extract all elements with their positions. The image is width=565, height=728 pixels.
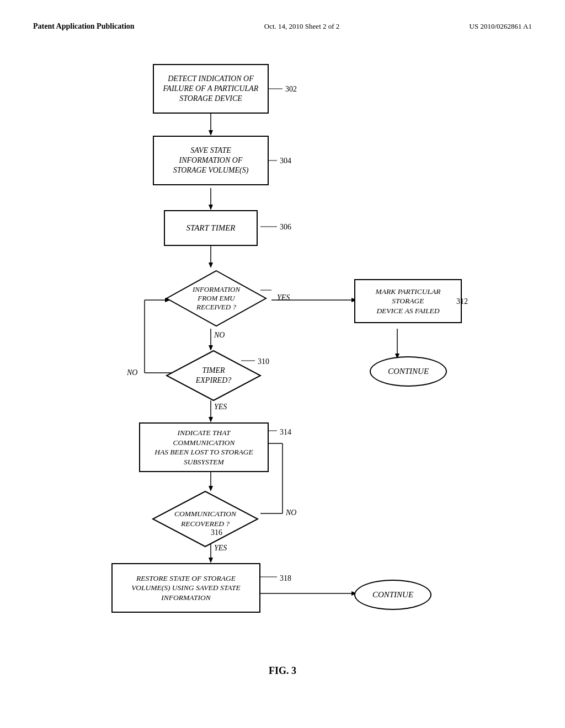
- no3-label: NO: [286, 508, 296, 517]
- restore-state-ref: 318: [280, 574, 291, 583]
- start-timer-ref: 306: [280, 223, 291, 232]
- detect-ref: 302: [285, 85, 297, 94]
- indicate-lost-label: INDICATE THAT COMMUNICATION HAS BEEN LOS…: [147, 428, 261, 467]
- timer-expired-box: TIMER EXPIRED?: [164, 348, 263, 403]
- continue2-label: CONTINUE: [372, 590, 413, 601]
- header-left: Patent Application Publication: [33, 22, 135, 31]
- detect-box: DETECT INDICATION OF FAILURE OF A PARTIC…: [153, 64, 269, 114]
- header: Patent Application Publication Oct. 14, …: [33, 22, 532, 31]
- save-state-label: SAVE STATE INFORMATION OF STORAGE VOLUME…: [173, 146, 249, 176]
- header-right: US 2010/0262861 A1: [470, 22, 532, 31]
- save-state-ref: 304: [280, 157, 291, 165]
- no2-label: NO: [127, 368, 137, 377]
- restore-state-box: RESTORE STATE OF STORAGE VOLUME(S) USING…: [111, 563, 260, 613]
- svg-marker-15: [209, 417, 213, 422]
- start-timer-box: START TIMER: [164, 210, 258, 246]
- indicate-lost-ref: 314: [280, 428, 291, 437]
- svg-marker-23: [209, 558, 213, 563]
- flowchart-diagram: DETECT INDICATION OF FAILURE OF A PARTIC…: [45, 47, 520, 687]
- comm-recovered-label: COMMUNICATION RECOVERED ?: [174, 509, 236, 528]
- save-state-box: SAVE STATE INFORMATION OF STORAGE VOLUME…: [153, 136, 269, 185]
- mark-failed-box: MARK PARTICULAR STORAGE DEVICE AS FAILED: [354, 279, 462, 323]
- yes1-label: YES: [277, 293, 290, 302]
- mark-failed-ref: 312: [456, 297, 468, 306]
- comm-recovered-box: COMMUNICATION RECOVERED ?: [150, 489, 260, 549]
- indicate-lost-box: INDICATE THAT COMMUNICATION HAS BEEN LOS…: [139, 422, 269, 472]
- mark-failed-label: MARK PARTICULAR STORAGE DEVICE AS FAILED: [362, 287, 454, 316]
- yes3-label: YES: [214, 544, 227, 553]
- comm-recovered-ref: 316: [211, 528, 222, 537]
- svg-marker-3: [209, 205, 213, 210]
- continue1-box: CONTINUE: [370, 356, 447, 387]
- emu-received-box: INFORMATION FROM EMU RECEIVED ?: [164, 268, 269, 329]
- header-center: Oct. 14, 2010 Sheet 2 of 2: [264, 22, 339, 31]
- timer-expired-ref: 310: [258, 357, 269, 366]
- restore-state-label: RESTORE STATE OF STORAGE VOLUME(S) USING…: [131, 574, 240, 603]
- start-timer-label: START TIMER: [186, 223, 235, 234]
- svg-marker-1: [209, 130, 213, 136]
- emu-received-label: INFORMATION FROM EMU RECEIVED ?: [193, 285, 240, 312]
- page: Patent Application Publication Oct. 14, …: [0, 0, 565, 728]
- svg-marker-5: [209, 263, 213, 268]
- yes2-label: YES: [214, 403, 227, 411]
- timer-expired-label: TIMER EXPIRED?: [196, 366, 232, 386]
- detect-label: DETECT INDICATION OF FAILURE OF A PARTIC…: [163, 74, 259, 104]
- continue1-label: CONTINUE: [388, 366, 429, 377]
- no1-label: NO: [214, 331, 225, 340]
- continue2-box: CONTINUE: [354, 580, 431, 610]
